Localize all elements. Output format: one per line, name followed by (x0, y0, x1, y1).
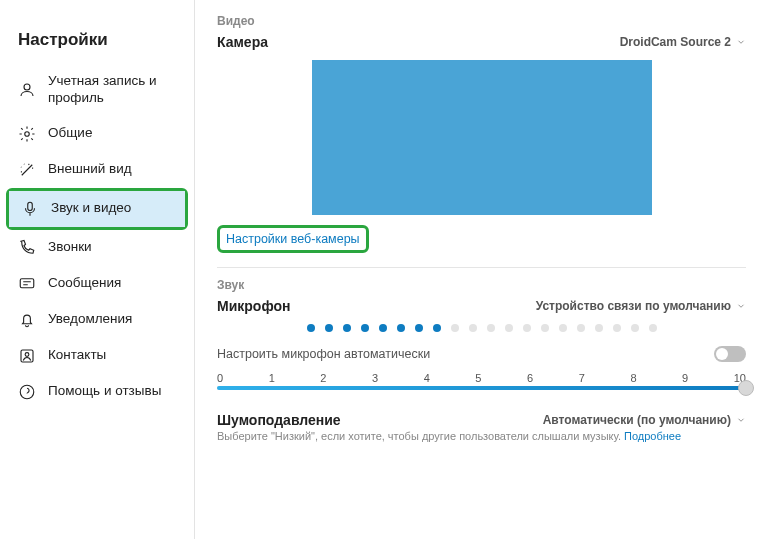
audio-section-label: Звук (217, 278, 746, 292)
mic-level-dot (397, 324, 405, 332)
mic-level-dot (415, 324, 423, 332)
slider-tick: 7 (579, 372, 585, 384)
microphone-label: Микрофон (217, 298, 290, 314)
slider-tick: 4 (424, 372, 430, 384)
sidebar-item-appearance[interactable]: Внешний вид (0, 152, 194, 188)
slider-tick: 6 (527, 372, 533, 384)
sidebar-item-help[interactable]: Помощь и отзывы (0, 374, 194, 410)
svg-rect-3 (20, 279, 34, 288)
sidebar-item-account[interactable]: Учетная запись и профиль (0, 64, 194, 116)
sidebar-item-label: Уведомления (48, 311, 132, 328)
svg-point-6 (20, 385, 34, 399)
auto-adjust-label: Настроить микрофон автоматически (217, 347, 430, 361)
slider-thumb[interactable] (738, 380, 754, 396)
mic-level-dot (577, 324, 585, 332)
sidebar-item-notifications[interactable]: Уведомления (0, 302, 194, 338)
camera-row: Камера DroidCam Source 2 (217, 34, 746, 50)
sidebar-item-label: Сообщения (48, 275, 121, 292)
slider-tick: 2 (320, 372, 326, 384)
mic-level-dot (325, 324, 333, 332)
sidebar-item-general[interactable]: Общие (0, 116, 194, 152)
slider-tick: 8 (630, 372, 636, 384)
svg-point-5 (25, 352, 29, 356)
highlight-audio-video: Звук и видео (6, 188, 188, 230)
sidebar-item-label: Учетная запись и профиль (48, 73, 180, 107)
noise-desc-text: Выберите "Низкий", если хотите, чтобы др… (217, 430, 624, 442)
microphone-icon (21, 200, 39, 218)
camera-preview (312, 60, 652, 215)
sidebar-item-contacts[interactable]: Контакты (0, 338, 194, 374)
sidebar-item-label: Звонки (48, 239, 92, 256)
sidebar-item-label: Помощь и отзывы (48, 383, 161, 400)
microphone-row: Микрофон Устройство связи по умолчанию (217, 298, 746, 314)
gear-icon (18, 125, 36, 143)
mic-level-dot (379, 324, 387, 332)
mic-level-dot (505, 324, 513, 332)
chevron-down-icon (736, 37, 746, 47)
noise-row: Шумоподавление Автоматически (по умолчан… (217, 412, 746, 428)
message-icon (18, 275, 36, 293)
sidebar-item-calls[interactable]: Звонки (0, 230, 194, 266)
sidebar-item-label: Внешний вид (48, 161, 132, 178)
noise-selector[interactable]: Автоматически (по умолчанию) (543, 413, 746, 427)
noise-title: Шумоподавление (217, 412, 341, 428)
mic-level-dot (595, 324, 603, 332)
slider-tick: 9 (682, 372, 688, 384)
sidebar-item-label: Контакты (48, 347, 106, 364)
mic-level-dot (631, 324, 639, 332)
mic-level-dot (649, 324, 657, 332)
slider-track (217, 386, 746, 390)
mic-level-dot (559, 324, 567, 332)
chevron-down-icon (736, 301, 746, 311)
microphone-selector-value: Устройство связи по умолчанию (536, 299, 731, 313)
noise-more-link[interactable]: Подробнее (624, 430, 681, 442)
mic-level-dot (523, 324, 531, 332)
mic-level-dot (433, 324, 441, 332)
sidebar-item-label: Общие (48, 125, 92, 142)
user-icon (18, 81, 36, 99)
separator (217, 267, 746, 268)
mic-level-dot (469, 324, 477, 332)
microphone-level-meter (217, 324, 746, 332)
slider-fill (217, 386, 746, 390)
phone-icon (18, 239, 36, 257)
mic-level-dot (487, 324, 495, 332)
slider-tick: 3 (372, 372, 378, 384)
noise-selector-value: Автоматически (по умолчанию) (543, 413, 731, 427)
settings-title: Настройки (0, 20, 194, 64)
camera-selector-value: DroidCam Source 2 (620, 35, 731, 49)
camera-selector[interactable]: DroidCam Source 2 (620, 35, 746, 49)
slider-tick: 0 (217, 372, 223, 384)
mic-level-dot (361, 324, 369, 332)
svg-rect-2 (28, 202, 33, 210)
wand-icon (18, 161, 36, 179)
mic-level-dot (613, 324, 621, 332)
sidebar-item-messages[interactable]: Сообщения (0, 266, 194, 302)
mic-level-dot (307, 324, 315, 332)
mic-level-dot (343, 324, 351, 332)
slider-tick: 5 (475, 372, 481, 384)
slider-tick-labels: 012345678910 (217, 372, 746, 384)
mic-level-dot (541, 324, 549, 332)
webcam-settings-link[interactable]: Настройки веб-камеры (220, 228, 366, 250)
auto-adjust-toggle[interactable] (714, 346, 746, 362)
bell-icon (18, 311, 36, 329)
settings-sidebar: Настройки Учетная запись и профиль Общие… (0, 0, 195, 539)
mic-level-dot (451, 324, 459, 332)
settings-main: Видео Камера DroidCam Source 2 Настройки… (195, 0, 768, 539)
contacts-icon (18, 347, 36, 365)
help-icon (18, 383, 36, 401)
microphone-selector[interactable]: Устройство связи по умолчанию (536, 299, 746, 313)
svg-point-0 (24, 84, 30, 90)
chevron-down-icon (736, 415, 746, 425)
sidebar-item-label: Звук и видео (51, 200, 131, 217)
slider-tick: 1 (269, 372, 275, 384)
svg-point-1 (25, 132, 30, 137)
video-section-label: Видео (217, 14, 746, 28)
noise-description: Выберите "Низкий", если хотите, чтобы др… (217, 430, 746, 442)
microphone-volume-slider[interactable]: 012345678910 (217, 372, 746, 406)
auto-adjust-row: Настроить микрофон автоматически (217, 346, 746, 362)
sidebar-item-audio-video[interactable]: Звук и видео (9, 191, 185, 227)
highlight-webcam-settings: Настройки веб-камеры (217, 225, 369, 253)
camera-label: Камера (217, 34, 268, 50)
